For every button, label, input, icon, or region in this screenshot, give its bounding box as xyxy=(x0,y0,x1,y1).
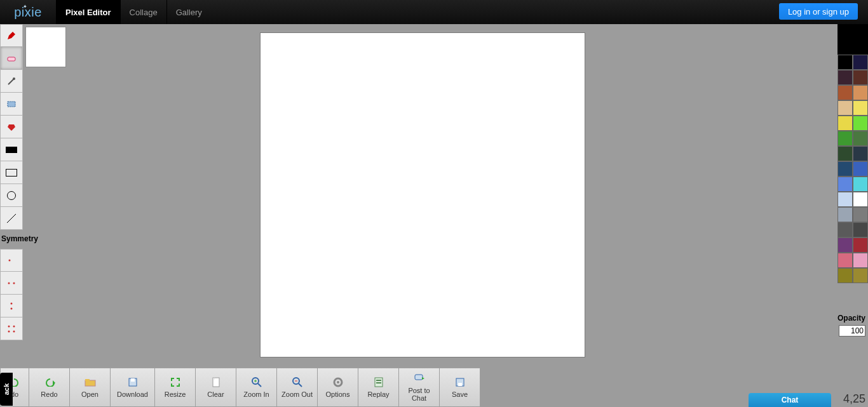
clear-icon xyxy=(210,377,222,388)
color-swatch[interactable] xyxy=(853,161,868,177)
opacity-input[interactable] xyxy=(839,325,865,337)
color-swatch[interactable] xyxy=(853,253,868,268)
drawing-canvas[interactable] xyxy=(260,32,585,357)
svg-rect-35 xyxy=(376,382,381,384)
color-swatch[interactable] xyxy=(853,70,868,85)
color-swatch[interactable] xyxy=(853,131,868,146)
zoomin-button[interactable]: Zoom In xyxy=(236,368,277,407)
zoomout-button[interactable]: Zoom Out xyxy=(277,368,318,407)
tool-eraser[interactable] xyxy=(0,47,23,70)
tool-filled-rect[interactable] xyxy=(0,138,23,161)
color-swatch[interactable] xyxy=(837,70,853,85)
filled-rect-icon xyxy=(6,147,17,153)
svg-point-3 xyxy=(13,77,15,80)
canvas-thumbnail[interactable] xyxy=(25,27,66,67)
nav-tab-gallery[interactable]: Gallery xyxy=(166,0,211,24)
redo-button[interactable]: Redo xyxy=(29,368,70,407)
line-icon xyxy=(5,212,18,225)
color-swatch[interactable] xyxy=(837,131,853,146)
marquee-icon xyxy=(6,99,17,109)
chat-button[interactable]: Chat xyxy=(749,393,831,407)
post-button[interactable]: Post to Chat xyxy=(399,368,440,407)
color-swatch[interactable] xyxy=(853,192,868,207)
color-swatch[interactable] xyxy=(853,146,868,161)
color-swatch[interactable] xyxy=(837,222,853,237)
color-swatch[interactable] xyxy=(837,116,853,131)
opacity-label: Opacity xyxy=(837,314,868,323)
color-swatch[interactable] xyxy=(837,237,853,253)
color-swatch[interactable] xyxy=(837,161,853,177)
svg-rect-1 xyxy=(8,57,15,61)
svg-marker-37 xyxy=(422,377,424,380)
color-swatch[interactable] xyxy=(853,177,868,192)
login-button[interactable]: Log in or sign up xyxy=(779,3,858,20)
action-label: Zoom Out xyxy=(281,390,313,398)
feedback-tab[interactable]: ack xyxy=(0,373,13,406)
sym-quad-icon xyxy=(6,324,17,334)
color-swatch[interactable] xyxy=(837,207,853,222)
svg-rect-22 xyxy=(213,378,219,387)
svg-point-13 xyxy=(13,325,15,327)
action-label: Save xyxy=(452,390,468,398)
action-label: Post to Chat xyxy=(400,387,438,402)
rect-outline-icon xyxy=(6,169,17,177)
color-swatch[interactable] xyxy=(837,100,853,116)
color-swatch[interactable] xyxy=(837,146,853,161)
current-color-swatch[interactable] xyxy=(837,24,868,55)
cursor-coordinates: 4,25 xyxy=(843,392,865,406)
open-button[interactable]: Open xyxy=(70,368,111,407)
tool-bucket[interactable] xyxy=(0,116,23,138)
login-label: Log in or sign up xyxy=(788,7,849,17)
clear-button[interactable]: Clear xyxy=(196,368,236,407)
symmetry-none[interactable] xyxy=(0,249,23,272)
svg-point-10 xyxy=(11,302,13,304)
svg-rect-18 xyxy=(85,380,95,386)
nav-tab-label: Pixel Editor xyxy=(65,8,111,17)
color-swatch[interactable] xyxy=(853,85,868,100)
tool-picker[interactable] xyxy=(0,70,23,93)
color-swatch[interactable] xyxy=(853,268,868,283)
tool-pencil[interactable] xyxy=(0,24,23,47)
action-label: Resize xyxy=(165,390,186,398)
nav-tab-collage[interactable]: Collage xyxy=(120,0,166,24)
tool-rect-outline[interactable] xyxy=(0,161,23,184)
download-icon xyxy=(127,377,139,388)
post-icon xyxy=(414,373,425,384)
replay-button[interactable]: Replay xyxy=(358,368,399,407)
action-label: Download xyxy=(117,390,148,398)
nav-tab-pixel-editor[interactable]: Pixel Editor xyxy=(56,0,120,24)
color-swatch[interactable] xyxy=(853,100,868,116)
color-swatch[interactable] xyxy=(837,55,853,70)
tool-circle-outline[interactable] xyxy=(0,184,23,207)
save-button[interactable]: Save xyxy=(440,368,480,407)
resize-icon xyxy=(170,377,181,388)
resize-button[interactable]: Resize xyxy=(155,368,196,407)
color-swatch[interactable] xyxy=(853,55,868,70)
color-swatch[interactable] xyxy=(837,268,853,283)
pencil-icon xyxy=(6,30,17,41)
symmetry-vertical[interactable] xyxy=(0,295,23,317)
color-swatch[interactable] xyxy=(853,207,868,222)
svg-rect-4 xyxy=(8,102,15,107)
symmetry-horizontal[interactable] xyxy=(0,272,23,295)
color-swatch[interactable] xyxy=(837,177,853,192)
tool-marquee[interactable] xyxy=(0,93,23,116)
eraser-icon xyxy=(6,53,17,63)
color-swatch[interactable] xyxy=(853,222,868,237)
pixie-logo[interactable]: pixie ✦ xyxy=(0,0,56,24)
color-swatch[interactable] xyxy=(853,237,868,253)
color-swatch[interactable] xyxy=(837,85,853,100)
nav-tab-label: Gallery xyxy=(176,8,202,17)
svg-line-2 xyxy=(8,79,14,84)
download-button[interactable]: Download xyxy=(111,368,155,407)
tool-line[interactable] xyxy=(0,207,23,230)
color-swatch[interactable] xyxy=(837,253,853,268)
action-label: Options xyxy=(326,390,350,398)
redo-icon xyxy=(44,377,55,388)
action-label: Redo xyxy=(41,390,57,398)
options-button[interactable]: Options xyxy=(318,368,358,407)
svg-line-6 xyxy=(7,214,16,223)
color-swatch[interactable] xyxy=(853,116,868,131)
color-swatch[interactable] xyxy=(837,192,853,207)
symmetry-quad[interactable] xyxy=(0,317,23,340)
